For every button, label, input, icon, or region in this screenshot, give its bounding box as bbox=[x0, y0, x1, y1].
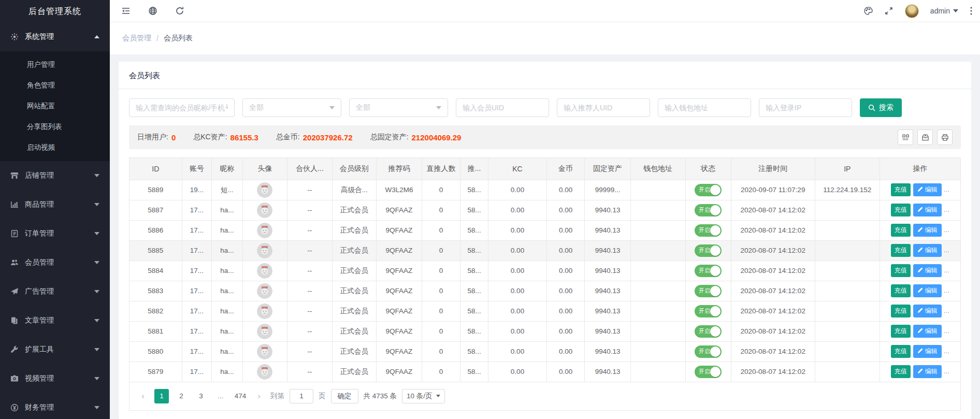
table-row: 588717...ha...--正式会员9QFAAZ058...0.000.00… bbox=[129, 200, 960, 220]
sidebar-item-articles[interactable]: 文章管理 bbox=[0, 306, 110, 335]
stat-total-gold: 总金币:202037926.72 bbox=[276, 133, 353, 142]
cell bbox=[630, 180, 685, 200]
sidebar-item-videos[interactable]: 视频管理 bbox=[0, 364, 110, 393]
more-actions[interactable]: ... bbox=[944, 185, 949, 193]
more-actions[interactable]: ... bbox=[944, 307, 949, 314]
sidebar-item-tools[interactable]: 扩展工具 bbox=[0, 335, 110, 364]
pencil-icon bbox=[917, 186, 923, 194]
recharge-button[interactable]: 充值 bbox=[891, 224, 911, 237]
sidebar-item-role-management[interactable]: 角色管理 bbox=[0, 75, 110, 96]
filter-select-1[interactable]: 全部 bbox=[242, 98, 341, 117]
table-row: 588617...ha...--正式会员9QFAAZ058...0.000.00… bbox=[129, 220, 960, 240]
more-actions[interactable]: ... bbox=[944, 327, 949, 335]
page-button-1[interactable]: 1 bbox=[154, 389, 169, 403]
export-button[interactable] bbox=[917, 129, 933, 145]
edit-button[interactable]: 编辑 bbox=[913, 365, 942, 378]
page-button-474[interactable]: 474 bbox=[233, 389, 248, 403]
recharge-button[interactable]: 充值 bbox=[891, 264, 911, 277]
sidebar-item-system[interactable]: 系统管理 bbox=[0, 22, 110, 51]
next-page-button[interactable]: › bbox=[253, 391, 265, 401]
edit-button[interactable]: 编辑 bbox=[913, 305, 942, 317]
pencil-icon bbox=[917, 308, 923, 315]
status-toggle[interactable]: 开启 bbox=[695, 204, 722, 216]
breadcrumb-item-member-management[interactable]: 会员管理 bbox=[122, 34, 151, 43]
print-button[interactable] bbox=[937, 129, 953, 145]
recharge-button[interactable]: 充值 bbox=[891, 345, 911, 358]
cell: 2020-08-07 14:12:02 bbox=[731, 321, 815, 341]
search-button[interactable]: 搜索 bbox=[860, 98, 902, 117]
theme-palette-icon[interactable] bbox=[863, 6, 873, 16]
more-actions[interactable]: ... bbox=[944, 246, 949, 254]
edit-button[interactable]: 编辑 bbox=[913, 224, 942, 237]
avatar-cell bbox=[242, 180, 287, 200]
sidebar-item-user-management[interactable]: 用户管理 bbox=[0, 54, 110, 75]
sidebar-item-share-images[interactable]: 分享图列表 bbox=[0, 117, 110, 137]
sidebar-item-startup-video[interactable]: 启动视频 bbox=[0, 137, 110, 158]
status-toggle[interactable]: 开启 bbox=[695, 345, 722, 358]
more-menu-icon[interactable] bbox=[970, 6, 973, 16]
edit-button[interactable]: 编辑 bbox=[913, 325, 942, 338]
edit-button[interactable]: 编辑 bbox=[913, 284, 942, 297]
member-uid-input[interactable] bbox=[456, 98, 549, 117]
page-button-2[interactable]: 2 bbox=[174, 389, 189, 403]
more-actions[interactable]: ... bbox=[944, 266, 949, 274]
cell: 正式会员 bbox=[332, 281, 376, 301]
sidebar-item-orders[interactable]: 订单管理 bbox=[0, 219, 110, 248]
status-toggle[interactable]: 开启 bbox=[695, 224, 722, 237]
refresh-icon[interactable] bbox=[175, 6, 184, 16]
recharge-button[interactable]: 充值 bbox=[891, 204, 911, 216]
more-actions[interactable]: ... bbox=[944, 347, 949, 355]
recharge-button[interactable]: 充值 bbox=[891, 183, 911, 196]
confirm-button[interactable]: 确定 bbox=[331, 389, 358, 403]
sidebar-item-goods[interactable]: 商品管理 bbox=[0, 190, 110, 219]
cell: 5883 bbox=[129, 281, 182, 301]
cell: 0 bbox=[422, 281, 460, 301]
more-actions[interactable]: ... bbox=[944, 286, 949, 294]
page-size-select[interactable]: 10 条/页 bbox=[402, 389, 445, 403]
recharge-button[interactable]: 充值 bbox=[891, 325, 911, 338]
more-actions[interactable]: ... bbox=[944, 367, 949, 375]
prev-page-button[interactable]: ‹ bbox=[137, 391, 149, 401]
jump-page-input[interactable] bbox=[290, 389, 313, 403]
status-toggle[interactable]: 开启 bbox=[695, 184, 722, 196]
edit-button[interactable]: 编辑 bbox=[913, 204, 942, 216]
sidebar-item-members[interactable]: 会员管理 bbox=[0, 248, 110, 277]
edit-button[interactable]: 编辑 bbox=[913, 183, 942, 196]
page-button-3[interactable]: 3 bbox=[194, 389, 208, 403]
filter-select-2[interactable]: 全部 bbox=[349, 98, 448, 117]
cell: 0.00 bbox=[488, 362, 546, 382]
status-toggle[interactable]: 开启 bbox=[695, 366, 722, 378]
status-cell: 开启 bbox=[685, 240, 731, 261]
wallet-address-input[interactable] bbox=[658, 98, 751, 117]
recharge-button[interactable]: 充值 bbox=[891, 365, 911, 378]
status-toggle[interactable]: 开启 bbox=[695, 265, 722, 277]
status-toggle[interactable]: 开启 bbox=[695, 244, 722, 257]
status-cell: 开启 bbox=[685, 261, 731, 281]
status-toggle[interactable]: 开启 bbox=[695, 305, 722, 317]
avatar[interactable] bbox=[905, 4, 919, 18]
user-menu[interactable]: admin bbox=[930, 7, 958, 15]
cell: 5879 bbox=[129, 362, 182, 382]
collapse-sidebar-icon[interactable] bbox=[121, 6, 131, 16]
sidebar-item-shop[interactable]: 店铺管理 bbox=[0, 161, 110, 190]
more-actions[interactable]: ... bbox=[944, 206, 949, 213]
recharge-button[interactable]: 充值 bbox=[891, 244, 911, 257]
login-ip-input[interactable] bbox=[759, 98, 852, 117]
sidebar-item-ads[interactable]: 广告管理 bbox=[0, 277, 110, 306]
keyword-input[interactable] bbox=[129, 98, 235, 117]
recharge-button[interactable]: 充值 bbox=[891, 284, 911, 297]
sidebar-item-site-config[interactable]: 网站配置 bbox=[0, 96, 110, 117]
sidebar-item-finance[interactable]: 财务管理 bbox=[0, 393, 110, 419]
column-settings-button[interactable] bbox=[898, 129, 913, 145]
status-toggle[interactable]: 开启 bbox=[695, 285, 722, 297]
referrer-uid-input[interactable] bbox=[557, 98, 650, 117]
edit-button[interactable]: 编辑 bbox=[913, 345, 942, 358]
recharge-button[interactable]: 充值 bbox=[891, 305, 911, 317]
edit-button[interactable]: 编辑 bbox=[913, 244, 942, 257]
fullscreen-icon[interactable] bbox=[884, 6, 893, 16]
globe-icon[interactable] bbox=[148, 6, 157, 16]
cell: 2020-08-07 14:12:02 bbox=[731, 362, 815, 382]
more-actions[interactable]: ... bbox=[944, 226, 949, 234]
edit-button[interactable]: 编辑 bbox=[913, 264, 942, 277]
status-toggle[interactable]: 开启 bbox=[695, 325, 722, 338]
